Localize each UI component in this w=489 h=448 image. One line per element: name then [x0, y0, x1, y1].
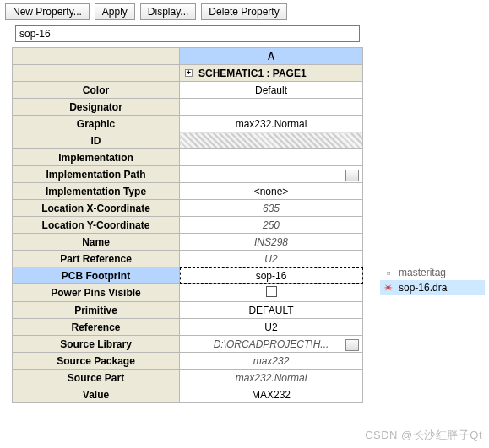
cell-value[interactable]: <none> [180, 183, 363, 200]
row-header[interactable]: Designator [13, 99, 180, 116]
row-header[interactable]: ID [13, 132, 180, 149]
row-header[interactable]: Part Reference [13, 251, 180, 267]
row-header[interactable]: Primitive [13, 302, 180, 319]
row-header[interactable]: Name [13, 234, 180, 251]
row-header[interactable]: Implementation Path [13, 166, 180, 183]
cell-value[interactable] [180, 99, 363, 116]
input-row [0, 24, 489, 47]
property-value-input[interactable] [15, 25, 360, 42]
cell-value[interactable]: Default [180, 82, 363, 99]
row-header[interactable]: PCB Footprint [13, 267, 180, 284]
row-header[interactable]: Source Part [13, 370, 180, 386]
file-name: masteritag [399, 267, 446, 278]
property-sheet: A + SCHEMATIC1 : PAGE1 ColorDefaultDesig… [12, 47, 363, 403]
cell-value[interactable]: max232 [180, 353, 363, 370]
delete-property-button[interactable]: Delete Property [201, 3, 286, 20]
row-header[interactable]: Source Package [13, 353, 180, 370]
display-button[interactable]: Display... [140, 3, 196, 20]
cell-value[interactable]: sop-16 [180, 267, 363, 284]
corner-cell [13, 48, 180, 65]
cell-value[interactable]: DEFAULT [180, 302, 363, 319]
row-header[interactable]: Color [13, 82, 180, 99]
cell-value[interactable] [180, 166, 363, 183]
row-header[interactable]: Graphic [13, 116, 180, 132]
file-icon: ✴ [382, 281, 395, 294]
file-list: ▫masteritag✴sop-16.dra [380, 265, 485, 295]
group-spacer [13, 65, 180, 82]
cell-value[interactable]: U2 [180, 251, 363, 267]
cell-value[interactable] [180, 132, 363, 149]
cell-value[interactable]: 250 [180, 217, 363, 234]
cell-value[interactable]: U2 [180, 319, 363, 336]
row-header[interactable]: Location X-Coordinate [13, 200, 180, 217]
cell-value[interactable]: D:\ORCADPROJECT\H... [180, 336, 363, 353]
row-header[interactable]: Implementation Type [13, 183, 180, 200]
cell-value[interactable]: max232.Normal [180, 116, 363, 132]
cell-value[interactable]: 635 [180, 200, 363, 217]
group-header-label: SCHEMATIC1 : PAGE1 [198, 67, 307, 79]
watermark: CSDN @长沙红胖子Qt [365, 428, 482, 443]
row-header[interactable]: Power Pins Visible [13, 284, 180, 302]
cell-value[interactable] [180, 284, 363, 302]
cell-value[interactable]: MAX232 [180, 386, 363, 403]
row-header[interactable]: Reference [13, 319, 180, 336]
cell-value[interactable]: max232.Normal [180, 370, 363, 386]
row-header[interactable]: Source Library [13, 336, 180, 353]
group-header[interactable]: + SCHEMATIC1 : PAGE1 [180, 65, 363, 82]
toolbar: New Property... Apply Display... Delete … [0, 0, 489, 24]
row-header[interactable]: Implementation [13, 149, 180, 166]
file-item[interactable]: ✴sop-16.dra [380, 280, 485, 295]
new-property-button[interactable]: New Property... [5, 3, 90, 20]
expand-icon[interactable]: + [185, 69, 193, 77]
column-header-a[interactable]: A [180, 48, 363, 65]
row-header[interactable]: Value [13, 386, 180, 403]
file-item[interactable]: ▫masteritag [380, 265, 485, 280]
file-icon: ▫ [382, 266, 395, 279]
file-name: sop-16.dra [399, 282, 447, 294]
cell-value[interactable] [180, 149, 363, 166]
apply-button[interactable]: Apply [95, 3, 135, 20]
cell-value[interactable]: INS298 [180, 234, 363, 251]
row-header[interactable]: Location Y-Coordinate [13, 217, 180, 234]
